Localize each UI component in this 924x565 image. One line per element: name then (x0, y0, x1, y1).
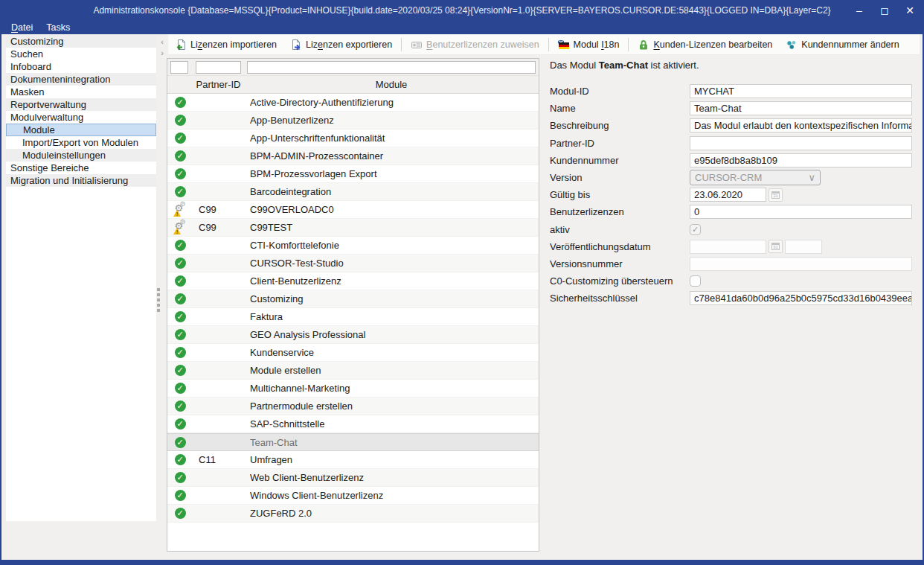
calendar-icon[interactable]: 31 (769, 188, 783, 202)
column-header-module[interactable]: Module (244, 79, 539, 90)
lizenzen-exportieren-button[interactable]: Lizenzen exportieren (283, 36, 399, 54)
sidebar-item-dokumentenintegration[interactable]: Dokumentenintegration (6, 73, 156, 86)
export-licenses-icon (290, 39, 302, 51)
table-row[interactable]: ✓CURSOR-Test-Studio (167, 255, 539, 272)
table-row[interactable]: ✓Team-Chat (167, 433, 539, 451)
table-row[interactable]: ✓SAP-Schnittstelle (167, 415, 539, 433)
status-ok-icon: ✓ (175, 437, 186, 448)
module-table: Partner-ID Module ✓Active-Directory-Auth… (167, 58, 539, 552)
filter-status-input[interactable] (170, 61, 188, 74)
sicherheitsschlüssel-input[interactable]: c78e841da60b0d96a25b0c5975cd33d16b0439ee… (690, 291, 912, 305)
window-controls: – ◻ ✕ (853, 0, 917, 20)
table-row[interactable]: ✓Web Client-Benutzerlizenz (167, 469, 539, 487)
close-button[interactable]: ✕ (903, 4, 917, 16)
table-row[interactable]: ✓Partnermodule erstellen (167, 398, 539, 415)
field-label: Kundennummer (550, 155, 690, 166)
kundennummer-ändern-button[interactable]: Kundennummer ändern (779, 36, 905, 54)
status-ok-icon: ✓ (175, 311, 186, 322)
column-header-partner-id[interactable]: Partner-ID (193, 79, 244, 90)
table-row[interactable]: ✓Customizing (167, 290, 539, 308)
module-name-cell: Customizing (244, 293, 539, 304)
menu-bar: DateiTasks (0, 20, 924, 34)
sidebar-item-migration-und-initialisierung[interactable]: Migration und Initialisierung (6, 174, 156, 187)
sidebar-item-reportverwaltung[interactable]: Reportverwaltung (6, 98, 156, 111)
partner-id-input[interactable] (690, 136, 912, 150)
table-row[interactable]: ✓BPM-Prozessvorlagen Export (167, 165, 539, 183)
status-warning-gear-icon: ⚙⚙! (174, 204, 187, 216)
splitter-grip[interactable] (157, 286, 161, 314)
table-row[interactable]: ✓GEO Analysis Professional (167, 326, 539, 344)
module-name-cell: Client-Benutzerlizenz (244, 275, 539, 287)
modul-id-input[interactable]: MYCHAT (690, 84, 912, 98)
table-row[interactable]: ✓Module erstellen (167, 362, 539, 380)
filter-module-input[interactable] (247, 61, 536, 74)
table-row[interactable]: ✓C11Umfragen (167, 451, 539, 469)
module-name-cell: App-Unterschriftenfunktionalität (244, 133, 539, 144)
module-status-text: Das Modul Team-Chat ist aktiviert. (550, 60, 920, 74)
calendar-icon: 31 (769, 240, 783, 253)
menu-datei[interactable]: Datei (6, 22, 38, 33)
module-name-cell: App-Benutzerlizenz (244, 115, 539, 126)
form-row-sicherheitsschlüssel: Sicherheitsschlüsselc78e841da60b0d96a25b… (550, 291, 920, 305)
status-ok-icon: ✓ (175, 383, 186, 394)
table-row[interactable]: ✓Active-Directory-Authentifizierung (167, 94, 539, 112)
sidebar-item-suchen[interactable]: Suchen (6, 48, 156, 60)
maximize-button[interactable]: ◻ (878, 4, 891, 16)
versionsnummer-input (690, 257, 912, 271)
form-row-benutzerlizenzen: Benutzerlizenzen0 (550, 205, 920, 219)
minimize-button[interactable]: – (853, 4, 866, 16)
table-row[interactable]: ✓Kundenservice (167, 344, 539, 362)
sidebar-item-sonstige-bereiche[interactable]: Sonstige Bereiche (6, 162, 156, 174)
modul-i18n-button[interactable]: Modul I18n (551, 36, 626, 54)
benutzerlizenzen-input[interactable]: 0 (690, 205, 912, 219)
table-row[interactable]: ✓Windows Client-Benutzerlizenz (167, 487, 539, 505)
sidebar-item-import-export-von-modulen[interactable]: Import/Export von Modulen (6, 136, 156, 149)
table-row[interactable]: ✓App-Benutzerlizenz (167, 112, 539, 130)
table-row[interactable]: ✓Client-Benutzerlizenz (167, 272, 539, 290)
sidebar-item-infoboard[interactable]: Infoboard (6, 60, 156, 73)
sidebar-item-module[interactable]: Module (6, 124, 156, 136)
chevron-down-icon: ∨ (808, 170, 815, 185)
module-name-cell: Active-Directory-Authentifizierung (244, 97, 539, 108)
module-name-cell: Web Client-Benutzerlizenz (244, 472, 539, 483)
module-detail-panel: Das Modul Team-Chat ist aktiviert. Modul… (550, 60, 920, 308)
filter-partner-id-input[interactable] (196, 61, 241, 74)
table-row[interactable]: ✓Faktura (167, 308, 539, 326)
table-row[interactable]: ⚙⚙!C99C99OVERLOADC0 (167, 201, 539, 219)
module-name-bold: Team-Chat (599, 60, 648, 71)
module-name-cell: Team-Chat (244, 437, 539, 448)
kunden-lizenzen-bearbeiten-button[interactable]: Kunden-Lizenzen bearbeiten (631, 36, 779, 54)
sidebar-item-customizing[interactable]: Customizing (6, 35, 156, 48)
name-input[interactable]: Team-Chat (690, 101, 912, 115)
aktiv-checkbox: ✓ (690, 224, 701, 235)
field-label: Sicherheitsschlüssel (550, 293, 690, 304)
nav-expand-icon[interactable]: › (158, 48, 167, 59)
module-name-cell: GEO Analysis Professional (244, 329, 539, 340)
sidebar-item-modulverwaltung[interactable]: Modulverwaltung (6, 111, 156, 124)
gültig-bis-date-input[interactable]: 23.06.2020 (690, 188, 766, 202)
module-name-cell: ZUGFeRD 2.0 (244, 508, 539, 519)
menu-tasks[interactable]: Tasks (41, 22, 75, 33)
title-bar: Administrationskonsole {Database=MSSQL}{… (0, 0, 924, 20)
module-name-cell: Windows Client-Benutzerlizenz (244, 490, 539, 501)
table-row[interactable]: ✓Multichannel-Marketing (167, 380, 539, 398)
table-row[interactable]: ✓BPM-ADMIN-Prozesscontainer (167, 147, 539, 165)
select-value: CURSOR-CRM (INHOUSE) (695, 170, 808, 185)
toolbar-button-label: Kunden-Lizenzen bearbeiten (653, 39, 772, 50)
table-row[interactable]: ✓Barcodeintegration (167, 183, 539, 201)
status-ok-icon: ✓ (175, 472, 186, 483)
status-ok-icon: ✓ (175, 508, 186, 519)
table-row[interactable]: ✓App-Unterschriftenfunktionalität (167, 130, 539, 147)
field-label: aktiv (550, 224, 690, 235)
lizenzen-importieren-button[interactable]: Lizenzen importieren (168, 36, 283, 54)
sidebar-item-moduleinstellungen[interactable]: Moduleinstellungen (6, 149, 156, 162)
form-row-name: NameTeam-Chat (550, 101, 920, 115)
c0-customizing-übersteuern-checkbox[interactable] (690, 275, 701, 287)
table-row[interactable]: ⚙⚙!C99C99TEST (167, 219, 539, 237)
sidebar-item-masken[interactable]: Masken (6, 86, 156, 98)
nav-collapse-icon[interactable]: ‹ (158, 36, 167, 48)
kundennummer-input[interactable]: e95def8db8a8b109 (690, 153, 912, 167)
table-row[interactable]: ✓CTI-Komforttelefonie (167, 237, 539, 255)
table-row[interactable]: ✓ZUGFeRD 2.0 (167, 505, 539, 523)
beschreibung-input[interactable]: Das Modul erlaubt den kontextspezifische… (690, 118, 912, 133)
